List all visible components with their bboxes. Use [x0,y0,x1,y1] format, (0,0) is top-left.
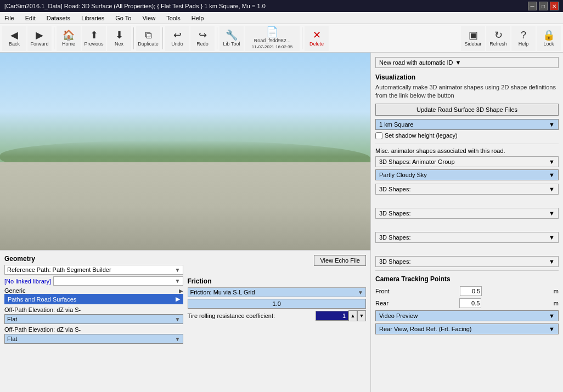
menu-libraries[interactable]: Libraries [79,14,106,22]
rear-view-dropdown[interactable]: Rear View, Road Ref. (Frt. Facing) ▼ [375,323,559,334]
tire-down-btn[interactable]: ▼ [357,310,366,321]
parsfile-date: 11-07-2021 16:02:35 [252,44,292,49]
shapes3-dropdown[interactable]: 3D Shapes: ▼ [375,232,559,243]
duplicate-button[interactable]: ⧉ Duplicate [136,26,160,51]
partly-cloudy-label: Partly Cloudy Sky [379,172,427,178]
lock-button[interactable]: 🔒 Lock [537,26,561,51]
paths-roads-arrow: ▶ [176,296,180,303]
animator-group-dropdown[interactable]: 3D Shapes: Animator Group ▼ [375,156,559,167]
tire-input[interactable] [316,311,348,321]
shapes1-dropdown[interactable]: 3D Shapes: ▼ [375,184,559,195]
sidebar-button[interactable]: ▣ Sidebar [461,26,485,51]
menu-tools[interactable]: Tools [164,14,183,22]
toolbar-separator-1 [54,27,54,49]
generic-row: Generic ▶ [4,287,183,294]
right-panel: New road with automatic ID ▼ Visualizati… [370,53,563,392]
help-label: Help [519,41,529,47]
new-road-row: New road with automatic ID ▼ [375,57,559,68]
rear-input[interactable] [459,298,481,308]
delete-button[interactable]: ✕ Delete [305,26,329,51]
video-preview-label: Video Preview [379,313,418,319]
flat-2-dropdown[interactable]: Flat ▼ [4,334,183,344]
toolbar-separator-5 [302,27,302,49]
paths-roads-row[interactable]: Paths and Road Surfaces ▶ [4,294,183,304]
km-square-dropdown[interactable]: 1 km Square ▼ [375,119,559,130]
toolbar-separator-4 [217,27,217,49]
shapes2-row: 3D Shapes: ▼ [375,208,559,219]
linked-lib-arrow: ▼ [175,278,181,284]
menu-help[interactable]: Help [189,14,206,22]
off-path-1-label: Off-Path Elevation: dZ via S- [4,306,183,313]
shapes3-label: 3D Shapes: [379,234,410,241]
help-button[interactable]: ? Help [511,26,536,51]
menu-datasets[interactable]: Datasets [44,14,72,22]
forward-icon: ▶ [36,30,43,40]
redo-button[interactable]: ↪ Redo [190,26,215,51]
shadow-checkbox[interactable] [375,132,382,139]
parsfile-name: Road_f9dd982... [254,38,291,43]
back-icon: ◀ [10,30,18,40]
km-square-arrow: ▼ [549,121,555,128]
tire-label: Tire rolling resistance coefficient: [188,313,316,319]
partly-cloudy-dropdown[interactable]: Partly Cloudy Sky ▼ [375,169,559,180]
menu-view[interactable]: View [140,14,157,22]
home-icon: 🏠 [63,30,75,40]
video-preview-dropdown[interactable]: Video Preview ▼ [375,310,559,321]
parsfile-icon: 📄 [266,27,278,37]
flat-1-arrow: ▼ [175,316,181,322]
parsfile-button[interactable]: 📄 Road_f9dd982... 11-07-2021 16:02:35 [245,26,300,51]
forward-label: Forward [30,41,48,47]
main-content: View Echo File Geometry Reference Path: … [0,53,563,392]
geometry-panel: View Echo File Geometry Reference Path: … [0,250,370,392]
shapes4-dropdown[interactable]: 3D Shapes: ▼ [375,256,559,267]
back-button[interactable]: ◀ Back [2,26,26,51]
visualization-desc: Automatically make 3D animator shapes us… [375,83,559,100]
front-input[interactable] [460,286,482,296]
generic-arrow: ▶ [179,288,183,294]
camera-title: Camera Tracking Points [375,275,559,283]
undo-button[interactable]: ↩ Undo [165,26,189,51]
shapes4-label: 3D Shapes: [379,258,410,265]
forward-button[interactable]: ▶ Forward [27,26,52,51]
menu-goto[interactable]: Go To [113,14,133,22]
previous-icon: ⬆ [90,30,98,40]
ref-path-arrow: ▼ [175,267,181,273]
shapes2-dropdown[interactable]: 3D Shapes: ▼ [375,208,559,219]
refresh-label: Refresh [489,41,507,47]
menu-edit[interactable]: Edit [23,14,38,22]
geometry-section: Geometry Reference Path: Path Segment Bu… [4,255,183,346]
ref-path-dropdown[interactable]: Reference Path: Path Segment Builder ▼ [4,265,183,275]
new-road-dropdown[interactable]: New road with automatic ID ▼ [375,57,559,68]
home-button[interactable]: 🏠 Home [57,26,81,51]
animator-group-arrow: ▼ [549,158,555,165]
road-surface [0,162,370,250]
linked-lib-link[interactable]: [No linked library] [4,277,51,286]
lock-label: Lock [543,41,554,47]
shapes4-arrow: ▼ [549,258,555,265]
close-button[interactable]: ✕ [550,2,559,10]
previous-button[interactable]: ⬆ Previous [82,26,106,51]
rear-camera-row: Rear m [375,298,559,308]
minimize-button[interactable]: ─ [528,2,537,10]
flat-1-dropdown[interactable]: Flat ▼ [4,314,183,324]
lib-tool-button[interactable]: 🔧 Lib Tool [219,26,244,51]
misc-shapes-section: Misc. animator shapes associated with th… [375,147,559,267]
sidebar-icon: ▣ [469,30,478,40]
viewport-3d [0,53,370,250]
refresh-icon: ↻ [494,30,503,40]
refresh-button[interactable]: ↻ Refresh [486,26,510,51]
maximize-button[interactable]: □ [539,2,548,10]
shadow-label: Set shadow height (legacy) [385,132,458,139]
next-button[interactable]: ⬇ Nex [107,26,131,51]
shadow-height-row: Set shadow height (legacy) [375,132,559,139]
view-echo-button[interactable]: View Echo File [314,255,366,266]
menu-file[interactable]: File [2,14,16,22]
camera-section: Camera Tracking Points Front m Rear m Vi… [375,275,559,334]
update-road-surface-button[interactable]: Update Road Surface 3D Shape Files [375,104,559,116]
friction-type-dropdown[interactable]: Friction: Mu via S-L Grid ▼ [188,287,367,297]
linked-lib-dropdown[interactable]: ▼ [53,276,183,286]
flat-2-arrow: ▼ [175,336,181,342]
home-label: Home [62,41,75,47]
tire-up-btn[interactable]: ▲ [348,310,357,321]
rear-view-arrow: ▼ [549,326,555,332]
